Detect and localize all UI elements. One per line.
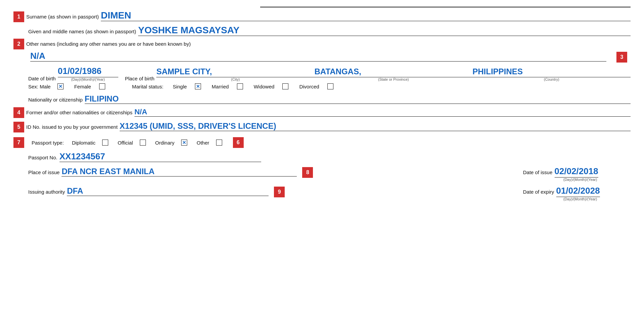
badge-1: 1	[13, 11, 24, 22]
pob-state-col: BATANGAS, (State or Province)	[315, 67, 473, 81]
issuing-row: Issuing authority DFA 9 Date of expiry 0…	[13, 186, 631, 201]
passport-diplomatic-label: Diplomatic	[72, 140, 95, 146]
given-label: Given and middle names (as shown in pass…	[28, 29, 136, 34]
id-row: 5 ID No. issued to you by your governmen…	[13, 121, 631, 132]
marital-divorced-checkbox[interactable]	[327, 83, 333, 89]
date-issue-row: Date of issue 02/02/2018	[523, 166, 598, 178]
badge-8: 8	[302, 167, 313, 178]
dob-value: 01/02/1986	[58, 66, 118, 77]
former-value: N/A	[134, 108, 147, 116]
badge-4: 4	[13, 107, 24, 118]
sex-male-check: ✕	[58, 84, 63, 89]
passport-other-label: Other	[197, 140, 209, 146]
passport-no-value: XX1234567	[59, 151, 105, 162]
passport-type-row: 7 Passport type: Diplomatic Official Ord…	[13, 137, 631, 148]
id-label: ID No. issued to you by your government	[26, 124, 118, 130]
other-names-value-row: N/A 3	[28, 51, 631, 63]
pob-section: SAMPLE CITY, (City) BATANGAS, (State or …	[156, 67, 631, 81]
given-row: Given and middle names (as shown in pass…	[13, 25, 631, 36]
badge-9: 9	[274, 187, 285, 197]
passport-ordinary-checkbox[interactable]: ✕	[181, 140, 187, 146]
badge-7: 7	[13, 137, 24, 148]
passport-official-label: Official	[118, 140, 133, 146]
surname-label: Surname (as shown in passport)	[26, 14, 99, 20]
nationality-field: FILIPINO	[85, 94, 631, 104]
place-issue-row: Place of issue DFA NCR EAST MANILA 8 Dat…	[13, 166, 631, 182]
sex-label: Sex: Male	[28, 84, 51, 89]
nationality-value: FILIPINO	[85, 94, 119, 104]
pob-state-value: BATANGAS,	[315, 67, 473, 77]
pob-state-sub: (State or Province)	[378, 77, 409, 81]
pob-label: Place of birth	[125, 76, 155, 81]
pob-city-col: SAMPLE CITY, (City)	[156, 67, 314, 81]
passport-official-checkbox[interactable]	[140, 140, 146, 146]
date-issue-group: Date of issue 02/02/2018 (Day)/(Month)/(…	[523, 166, 631, 182]
former-label: Former and/or other nationalities or cit…	[26, 110, 132, 115]
place-issue-value: DFA NCR EAST MANILA	[62, 167, 154, 176]
dob-col: 01/02/1986 (Day)/(Month)/(Year)	[58, 66, 118, 81]
top-line	[260, 7, 631, 7]
issuing-label: Issuing authority	[28, 189, 65, 195]
nationality-label: Nationality or citizenship	[28, 97, 83, 103]
sex-female-checkbox[interactable]	[99, 83, 105, 89]
badge-3: 3	[616, 52, 627, 63]
place-issue-label: Place of issue	[28, 169, 59, 175]
passport-diplomatic-checkbox[interactable]	[102, 140, 108, 146]
former-field: N/A	[134, 108, 631, 117]
date-expiry-row: Date of expiry 01/02/2028	[523, 186, 600, 197]
passport-no-row: Passport No. XX1234567	[13, 151, 631, 162]
sex-marital-row: Sex: Male ✕ Female Marital status: Singl…	[28, 83, 631, 89]
marital-married-checkbox[interactable]	[237, 83, 243, 89]
pob-country-col: PHILIPPINES (Country)	[473, 67, 631, 81]
given-field: YOSHKE MAGSAYSAY	[138, 25, 631, 36]
date-issue-value: 02/02/2018	[555, 166, 598, 178]
issuing-field: DFA	[67, 186, 269, 196]
id-value: X12345 (UMID, SSS, DRIVER'S LICENCE)	[120, 121, 276, 131]
dob-label: Date of birth	[28, 76, 56, 81]
surname-field: DIMEN	[101, 10, 631, 21]
date-issue-label: Date of issue	[523, 169, 553, 175]
issuing-value: DFA	[67, 186, 83, 196]
passport-ordinary-check: ✕	[182, 140, 186, 145]
dob-sub: (Day)/(Month)/(Year)	[71, 77, 105, 81]
passport-no-label: Passport No.	[28, 155, 57, 160]
dob-pob-row: Date of birth 01/02/1986 (Day)/(Month)/(…	[28, 66, 631, 81]
marital-single-checkbox[interactable]: ✕	[195, 83, 201, 89]
sex-male-checkbox[interactable]: ✕	[57, 83, 64, 89]
badge-6: 6	[233, 137, 244, 148]
given-value: YOSHKE MAGSAYSAY	[138, 25, 239, 36]
nationality-row: Nationality or citizenship FILIPINO	[28, 94, 631, 104]
date-expiry-group: Date of expiry 01/02/2028 (Day)/(Month)/…	[523, 186, 631, 201]
pob-city-value: SAMPLE CITY,	[156, 67, 314, 77]
passport-ordinary-label: Ordinary	[155, 140, 175, 146]
badge-2: 2	[13, 39, 24, 49]
marital-label: Marital status:	[132, 84, 163, 89]
marital-single-label: Single	[173, 84, 187, 89]
surname-row: 1 Surname (as shown in passport) DIMEN	[13, 10, 631, 22]
other-names-row: 2 Other names (including any other names…	[13, 39, 631, 49]
marital-divorced-label: Divorced	[299, 84, 319, 89]
marital-widowed-label: Widowed	[254, 84, 275, 89]
pob-country-sub: (Country)	[544, 77, 559, 81]
other-names-value: N/A	[30, 51, 45, 61]
passport-other-checkbox[interactable]	[216, 140, 222, 146]
other-names-field: N/A	[30, 51, 606, 62]
id-field: X12345 (UMID, SSS, DRIVER'S LICENCE)	[120, 121, 631, 131]
date-expiry-label: Date of expiry	[523, 189, 554, 195]
date-expiry-sub: (Day)/(Month)/(Year)	[563, 197, 597, 201]
place-issue-field: DFA NCR EAST MANILA	[62, 167, 297, 177]
badge-5: 5	[13, 122, 24, 132]
date-issue-sub: (Day)/(Month)/(Year)	[563, 178, 597, 182]
pob-city-sub: (City)	[231, 77, 240, 81]
marital-married-label: Married	[212, 84, 229, 89]
marital-widowed-checkbox[interactable]	[282, 83, 288, 89]
other-names-label: Other names (including any other names y…	[26, 41, 191, 47]
marital-single-check: ✕	[196, 84, 200, 89]
passport-type-label: Passport type:	[32, 140, 64, 146]
surname-value: DIMEN	[101, 10, 131, 21]
sex-female-label: Female	[74, 84, 91, 89]
former-row: 4 Former and/or other nationalities or c…	[13, 107, 631, 118]
pob-country-value: PHILIPPINES	[473, 67, 631, 77]
passport-no-field: XX1234567	[59, 151, 261, 162]
date-expiry-value: 01/02/2028	[556, 186, 600, 197]
